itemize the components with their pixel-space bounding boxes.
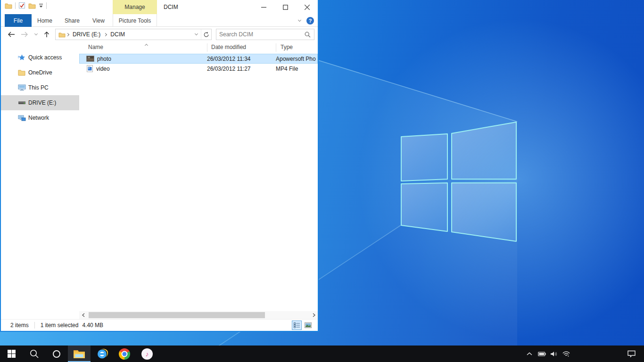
action-center-icon[interactable] [625,350,637,357]
address-folder-icon [58,32,66,38]
window-title: DCIM [164,0,178,14]
file-list-area: Name Date modified Type photo [79,41,318,319]
file-row-video[interactable]: video 26/03/2012 11:27 MP4 File [79,64,318,74]
refresh-icon[interactable] [201,29,211,40]
breadcrumb-drive[interactable]: DRIVE (E:) [70,31,103,38]
tab-home[interactable]: Home [33,14,57,27]
maximize-button[interactable] [274,0,296,14]
selection-count: 1 item selected [41,322,79,329]
horizontal-scrollbar[interactable] [79,311,318,319]
scrollbar-track[interactable] [87,311,310,319]
cortana-button[interactable] [45,346,68,362]
battery-icon[interactable] [536,352,548,356]
folder-icon[interactable] [5,2,12,9]
help-icon[interactable]: ? [306,17,314,25]
wifi-icon[interactable] [560,351,572,357]
sidebar-item-label: Quick access [28,54,62,61]
windows-start-icon [8,350,16,358]
network-icon [18,115,26,121]
photo-thumbnail-icon [86,56,94,62]
scrollbar-thumb[interactable] [89,312,265,318]
scroll-right-icon[interactable] [310,311,318,319]
status-separator [34,322,35,329]
hidden-icons-chevron-icon[interactable] [523,352,536,355]
scroll-left-icon[interactable] [79,311,87,319]
tab-view[interactable]: View [87,14,110,27]
forward-icon[interactable] [21,32,28,37]
properties-icon[interactable] [18,2,25,9]
column-resize-handle[interactable] [207,43,207,52]
file-name: photo [97,56,111,62]
search-icon[interactable] [305,32,311,38]
contextual-tab-group-manage[interactable]: Manage [113,0,157,14]
close-button[interactable] [296,0,318,14]
column-headers: Name Date modified Type [79,41,318,54]
chrome-icon [119,348,130,360]
video-file-icon [86,65,93,72]
file-explorer-taskbar-button[interactable] [68,346,91,362]
volume-icon[interactable] [548,351,560,357]
breadcrumb-separator-icon [66,33,69,36]
column-resize-handle[interactable] [276,43,276,52]
cortana-icon [52,350,61,358]
internet-explorer-icon [96,348,108,360]
tab-picture-tools[interactable]: Picture Tools [113,14,157,27]
address-dropdown-icon[interactable] [191,34,201,35]
sidebar-item-quick-access[interactable]: Quick access [1,50,79,65]
qat-separator [15,2,16,9]
file-type: Apowersoft Pho [276,56,318,62]
file-date-modified: 26/03/2012 11:27 [207,66,276,72]
tab-share[interactable]: Share [60,14,84,27]
sidebar-item-this-pc[interactable]: This PC [1,80,79,95]
sidebar-item-label: OneDrive [28,69,52,76]
title-bar: Manage DCIM [1,0,318,14]
itunes-taskbar-button[interactable]: ♪ [136,346,158,362]
ribbon-tab-row: File Home Share View Picture Tools ? [1,14,318,27]
main-area: Quick access OneDrive This PC [1,41,318,319]
breadcrumb-dcim[interactable]: DCIM [107,31,128,38]
sidebar-item-onedrive[interactable]: OneDrive [1,65,79,80]
new-folder-icon[interactable] [28,2,36,9]
internet-explorer-taskbar-button[interactable] [91,346,113,362]
file-explorer-icon [73,349,85,359]
file-name: video [96,66,110,72]
system-tray [523,346,644,362]
tab-file[interactable]: File [5,14,32,27]
back-icon[interactable] [8,32,15,37]
customize-qat-icon[interactable] [39,3,43,8]
minimize-button[interactable] [253,0,274,14]
screen: Manage DCIM File Home Share View Picture… [0,0,644,362]
column-header-date-modified[interactable]: Date modified [211,44,246,50]
column-header-name[interactable]: Name [88,44,103,50]
navigation-bar: DRIVE (E:) DCIM [1,27,318,41]
breadcrumb-separator-icon [104,33,107,36]
details-view-button[interactable] [292,321,302,330]
file-row-photo[interactable]: photo 26/03/2012 11:34 Apowersoft Pho [79,54,318,64]
column-header-type[interactable]: Type [281,44,293,50]
chrome-taskbar-button[interactable] [113,346,136,362]
quick-access-star-icon [18,54,25,61]
quick-access-toolbar [5,2,47,9]
large-icons-view-button[interactable] [303,321,313,330]
search-input[interactable] [216,31,305,38]
search-icon [30,349,39,358]
sidebar-item-drive-e[interactable]: DRIVE (E:) [1,95,79,110]
file-explorer-window: Manage DCIM File Home Share View Picture… [0,0,319,332]
up-icon[interactable] [44,31,50,38]
window-controls [253,0,318,14]
drive-icon [18,101,26,105]
this-pc-monitor-icon [18,84,26,91]
taskbar-search-button[interactable] [23,346,45,362]
status-bar: 2 items 1 item selected 4.40 MB [1,319,318,331]
selection-size: 4.40 MB [82,322,103,329]
expand-ribbon-icon[interactable] [298,18,301,21]
address-bar[interactable]: DRIVE (E:) DCIM [55,29,212,40]
start-button[interactable] [0,346,23,362]
sidebar-item-network[interactable]: Network [1,110,79,125]
navigation-pane: Quick access OneDrive This PC [1,41,79,319]
file-date-modified: 26/03/2012 11:34 [207,56,276,62]
search-box [216,29,314,40]
sidebar-item-label: DRIVE (E:) [28,99,56,106]
recent-locations-icon[interactable] [34,32,38,35]
itunes-icon: ♪ [141,348,153,360]
